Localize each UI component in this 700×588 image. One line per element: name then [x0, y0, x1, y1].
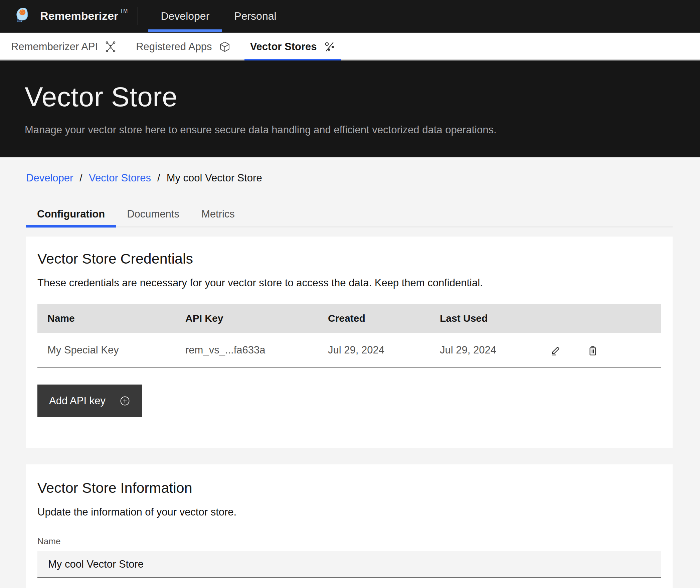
page-subtitle: Manage your vector store here to ensure …: [25, 124, 675, 136]
trash-icon: [587, 344, 599, 356]
nav-item-label: Rememberizer API: [11, 41, 98, 53]
topbar-divider: [138, 7, 138, 25]
edit-icon: [550, 344, 562, 356]
plus-circle-icon: [120, 396, 130, 406]
top-app-bar: Rememberizer TM Developer Personal: [0, 0, 700, 32]
name-input[interactable]: [37, 551, 661, 578]
breadcrumb-separator: /: [157, 172, 160, 184]
tab-metrics[interactable]: Metrics: [190, 205, 246, 228]
nav-item-label: Registered Apps: [136, 41, 212, 53]
brain-logo-icon: [13, 7, 33, 26]
breadcrumb-link-vector-stores[interactable]: Vector Stores: [89, 172, 151, 184]
cell-created: Jul 29, 2024: [318, 333, 430, 368]
top-tab-label: Developer: [161, 10, 209, 22]
info-card-description: Update the information of your vector st…: [37, 506, 661, 518]
brand-name: Rememberizer: [40, 6, 118, 25]
nav-item-rememberizer-api[interactable]: Rememberizer API: [5, 33, 122, 60]
tab-label: Documents: [127, 208, 179, 220]
credentials-card-description: These credentials are necessary for your…: [37, 277, 661, 289]
breadcrumb-current: My cool Vector Store: [167, 172, 262, 184]
edit-key-button[interactable]: [550, 344, 562, 356]
add-api-key-button[interactable]: Add API key: [37, 385, 142, 417]
top-tab-personal[interactable]: Personal: [222, 0, 289, 32]
page-title: Vector Store: [25, 81, 675, 113]
column-header-api-key: API Key: [175, 304, 318, 333]
tab-label: Configuration: [37, 208, 105, 220]
cell-api-key: rem_vs_...fa633a: [175, 333, 318, 368]
content-tabs: Configuration Documents Metrics: [26, 205, 673, 228]
secondary-nav: Rememberizer API Registered Apps Vector …: [0, 32, 700, 60]
column-header-name: Name: [37, 304, 175, 333]
cell-key-name: My Special Key: [37, 333, 175, 368]
breadcrumb-link-developer[interactable]: Developer: [26, 172, 73, 184]
hero-banner: Vector Store Manage your vector store he…: [0, 60, 700, 157]
main-content: Developer / Vector Stores / My cool Vect…: [0, 172, 700, 588]
brand[interactable]: Rememberizer TM: [13, 6, 128, 26]
cell-actions: [545, 333, 661, 368]
brand-trademark: TM: [120, 8, 128, 14]
table-header-row: Name API Key Created Last Used: [37, 304, 661, 333]
breadcrumb-separator: /: [79, 172, 82, 184]
credentials-table: Name API Key Created Last Used My Specia…: [37, 304, 661, 368]
top-tab-developer[interactable]: Developer: [148, 0, 222, 32]
top-tab-label: Personal: [234, 10, 276, 22]
column-header-created: Created: [318, 304, 430, 333]
cube-icon: [219, 41, 231, 53]
scatter-icon: [324, 41, 336, 53]
nav-item-vector-stores[interactable]: Vector Stores: [244, 33, 341, 60]
table-row: My Special Key rem_vs_...fa633a Jul 29, …: [37, 333, 661, 368]
delete-key-button[interactable]: [587, 344, 599, 356]
tab-configuration[interactable]: Configuration: [26, 205, 116, 228]
column-header-actions: [545, 304, 661, 333]
credentials-card-title: Vector Store Credentials: [37, 251, 661, 267]
column-header-last-used: Last Used: [430, 304, 545, 333]
nav-item-label: Vector Stores: [250, 41, 317, 53]
credentials-card: Vector Store Credentials These credentia…: [26, 237, 673, 448]
nav-item-registered-apps[interactable]: Registered Apps: [130, 33, 236, 60]
info-card-title: Vector Store Information: [37, 480, 661, 496]
add-api-key-label: Add API key: [49, 395, 106, 407]
tab-documents[interactable]: Documents: [116, 205, 190, 228]
info-card: Vector Store Information Update the info…: [26, 464, 673, 588]
name-field-label: Name: [37, 536, 661, 547]
cell-last-used: Jul 29, 2024: [430, 333, 545, 368]
top-nav: Developer Personal: [148, 0, 289, 32]
api-icon: [105, 41, 117, 53]
breadcrumb: Developer / Vector Stores / My cool Vect…: [26, 172, 673, 184]
tab-label: Metrics: [201, 208, 235, 220]
